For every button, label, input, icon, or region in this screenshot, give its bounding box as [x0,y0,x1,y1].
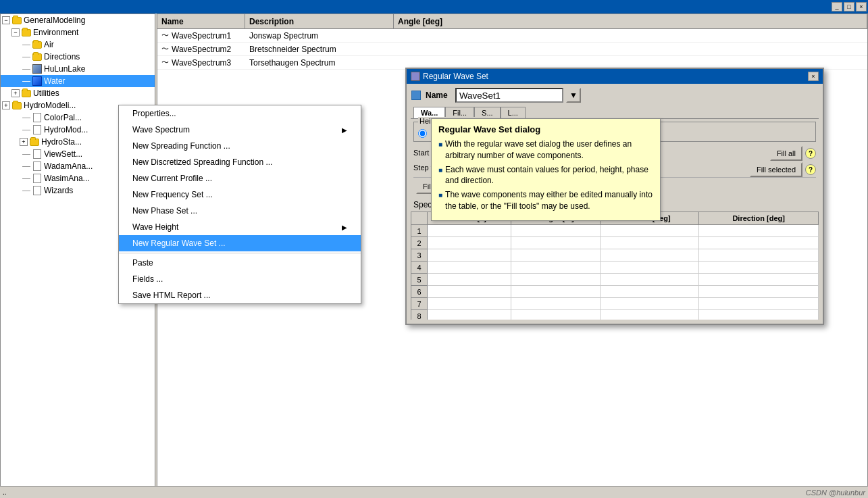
fill-selected-help-icon[interactable]: ? [805,164,816,175]
col-header-description: Description [245,14,394,28]
menu-item-new-frequency[interactable]: New Frequency Set ... [119,186,361,203]
menu-item-paste[interactable]: Paste [119,255,361,271]
direction-cell-2[interactable] [699,237,819,249]
dialog-name-dropdown[interactable]: ▼ [566,88,581,103]
menu-item-save-html[interactable]: Save HTML Report ... [119,287,361,303]
expand-utilities[interactable]: + [11,89,20,97]
page-hydromod-icon [32,124,43,135]
folder-general-modeling-icon [11,15,22,26]
height-cell-4[interactable] [511,262,600,274]
tree-label-utilities: Utilities [33,89,59,98]
wavespectrum2-desc: Bretschneider Spectrum [245,43,394,55]
phase-cell-3[interactable] [600,249,699,262]
tree-label-air: Air [44,40,54,49]
row-num-7: 7 [411,298,428,310]
height-cell-1[interactable] [511,225,600,237]
height-cell-7[interactable] [511,298,600,310]
direction-cell-8[interactable] [699,310,819,320]
expand-general-modeling[interactable]: − [2,16,10,24]
height-cell-8[interactable] [511,310,600,320]
expand-hydrosta[interactable]: + [20,138,28,146]
minimize-button[interactable]: _ [832,2,842,11]
phase-cell-8[interactable] [600,310,699,320]
status-bar: .. CSDN @hulunbur [0,486,868,498]
fill-selected-row: Fill selected ? [750,162,816,177]
table-row-wavespectrum2[interactable]: 〜 WaveSpectrum2 Bretschneider Spectrum [157,43,867,56]
tree-item-utilities[interactable]: + Utilities [1,87,155,99]
height-cell-6[interactable] [511,286,600,298]
tree-item-air[interactable]: — Air [1,39,155,51]
dialog-name-row: Name ▼ [411,88,819,103]
height-cell-3[interactable] [511,249,600,262]
menu-label-new-spreading: New Spreading Function ... [132,141,230,151]
table-row-5[interactable]: 5 [411,274,819,286]
phase-cell-1[interactable] [600,225,699,237]
height-cell-5[interactable] [511,274,600,286]
radio-height[interactable] [418,129,427,138]
period-cell-3[interactable] [428,249,511,262]
menu-item-properties[interactable]: Properties... [119,105,361,122]
phase-cell-7[interactable] [600,298,699,310]
table-row-6[interactable]: 6 [411,286,819,298]
tree-item-hulunlake[interactable]: — HuLunLake [1,63,155,75]
menu-item-wave-spectrum[interactable]: Wave Spectrum ▶ [119,122,361,138]
dialog-close-button[interactable]: × [808,72,819,81]
period-cell-7[interactable] [428,298,511,310]
menu-label-new-current: New Current Profile ... [132,174,212,183]
menu-item-new-phase[interactable]: New Phase Set ... [119,203,361,219]
row-num-8: 8 [411,310,428,320]
direction-cell-7[interactable] [699,298,819,310]
tab-second-order[interactable]: S... [474,107,501,118]
menu-item-new-discretized[interactable]: New Discretized Spreading Function ... [119,154,361,170]
tree-item-general-modeling[interactable]: − GeneralModeling [1,14,155,26]
menu-item-new-spreading[interactable]: New Spreading Function ... [119,138,361,154]
fill-selected-button[interactable]: Fill selected [750,162,802,177]
wave-data-table: Period [s] Height [m] Phase [deg] Direct… [411,211,819,320]
table-row-8[interactable]: 8 [411,310,819,320]
period-cell-2[interactable] [428,237,511,249]
folder-utilities-icon [21,88,32,99]
menu-item-new-regular-wave[interactable]: New Regular Wave Set ... [119,235,361,251]
table-row-2[interactable]: 2 [411,237,819,249]
close-button[interactable]: × [856,2,867,11]
menu-item-fields[interactable]: Fields ... [119,271,361,287]
phase-cell-5[interactable] [600,274,699,286]
fill-all-help-icon[interactable]: ? [805,148,816,159]
direction-cell-3[interactable] [699,249,819,262]
table-row-3[interactable]: 3 [411,249,819,262]
menu-item-new-current[interactable]: New Current Profile ... [119,170,361,186]
direction-cell-4[interactable] [699,262,819,274]
phase-cell-2[interactable] [600,237,699,249]
menu-item-wave-height[interactable]: Wave Height ▶ [119,219,361,235]
phase-cell-4[interactable] [600,262,699,274]
direction-cell-1[interactable] [699,225,819,237]
period-cell-1[interactable] [428,225,511,237]
table-row-wavespectrum1[interactable]: 〜 WaveSpectrum1 Jonswap Spectrum [157,29,867,43]
maximize-button[interactable]: □ [844,2,854,11]
tree-item-water[interactable]: — Water [1,75,155,87]
period-cell-5[interactable] [428,274,511,286]
image-hulunlake-icon [32,64,43,74]
period-cell-6[interactable] [428,286,511,298]
dialog-name-input[interactable] [455,88,563,103]
wavespectrum1-angle [394,29,867,42]
tree-item-directions[interactable]: — Directions [1,51,155,63]
tab-long-crested[interactable]: L... [501,107,526,118]
fill-all-button[interactable]: Fill all [770,146,802,161]
direction-cell-5[interactable] [699,274,819,286]
height-cell-2[interactable] [511,237,600,249]
period-cell-4[interactable] [428,262,511,274]
expand-environment[interactable]: − [11,28,20,36]
phase-cell-6[interactable] [600,286,699,298]
table-row-1[interactable]: 1 [411,225,819,237]
menu-label-new-discretized: New Discretized Spreading Function ... [132,157,272,167]
page-wizards-icon [32,185,43,196]
data-table-container[interactable]: Period [s] Height [m] Phase [deg] Direct… [411,211,819,320]
period-cell-8[interactable] [428,310,511,320]
expand-hydromodeling[interactable]: + [2,101,10,109]
table-row-4[interactable]: 4 [411,262,819,274]
col-header-angle: Angle [deg] [394,14,867,28]
direction-cell-6[interactable] [699,286,819,298]
tree-item-environment[interactable]: − Environment [1,26,155,39]
table-row-7[interactable]: 7 [411,298,819,310]
